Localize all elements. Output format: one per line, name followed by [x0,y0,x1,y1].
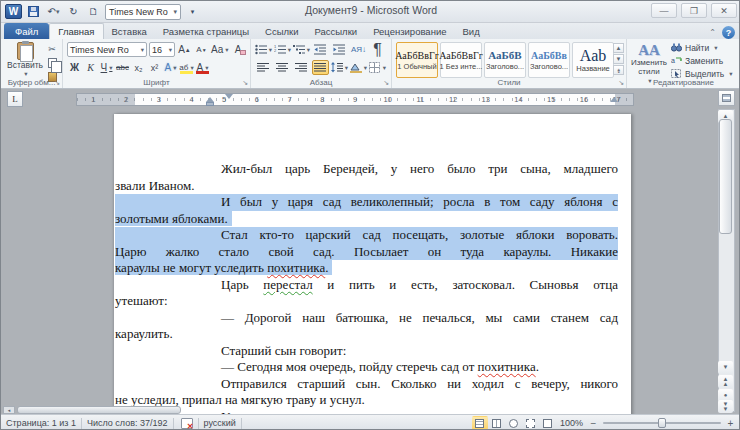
tab-view[interactable]: Вид [454,23,487,39]
font-dialog-launcher[interactable]: ↘ [242,79,248,87]
word-count[interactable]: Число слов: 37/192 [87,418,168,428]
align-center-icon[interactable] [274,60,291,75]
outline-view-icon[interactable] [523,416,539,430]
minimize-ribbon-icon[interactable]: ⌃ [709,28,716,37]
fullscreen-reading-view-icon[interactable] [489,416,505,430]
copy-icon[interactable] [45,57,59,68]
next-page-icon[interactable]: ▼▼ [718,400,733,413]
change-case-button[interactable]: Аа▾ [211,42,229,57]
page-indicator[interactable]: Страница: 1 из 1 [6,418,76,428]
close-button[interactable]: ✕ [711,3,737,18]
view-ruler-toggle-icon[interactable] [718,90,735,106]
zoom-slider-track[interactable] [603,422,721,424]
draft-view-icon[interactable] [540,416,556,430]
styles-dialog-launcher[interactable]: ↘ [618,79,624,87]
cut-icon[interactable]: ✂ [45,43,59,54]
sort-icon[interactable]: АЯ↓ [350,42,367,57]
chevron-down-icon: ▾ [24,70,27,78]
horizontal-ruler[interactable]: 1234567891011121314151617 [76,93,634,106]
help-icon[interactable]: ? [722,26,735,39]
styles-scroll-down-icon[interactable]: ▼ [613,54,624,64]
scroll-down-icon[interactable]: ▼ [718,361,733,374]
vertical-scroll-thumb[interactable] [719,119,732,234]
tab-review[interactable]: Рецензирование [365,23,454,39]
change-styles-button[interactable]: АА Изменить стили ▾ [631,42,667,78]
highlight-button[interactable]: аб▾ [179,60,194,75]
bold-button[interactable]: Ж [67,60,82,75]
find-button[interactable]: Найти▾ [671,42,732,53]
strikethrough-button[interactable]: abc [115,60,130,75]
tab-home[interactable]: Главная [49,23,103,39]
font-family-combo[interactable]: Times New Ro▾ [67,42,147,57]
editing-group-label: Редактирование [627,78,740,87]
language-indicator[interactable]: русский [204,418,236,428]
tab-mailings[interactable]: Рассылки [306,23,365,39]
font-size-combo[interactable]: 16▾ [149,42,175,57]
multilevel-list-icon[interactable]: ▾ [293,42,310,57]
clipboard-dialog-launcher[interactable]: ↘ [54,79,60,87]
vertical-scrollbar[interactable]: ▲ ▼ ▲▲ ● ▼▼ [717,89,737,414]
decrease-indent-icon[interactable] [312,42,329,57]
zoom-in-icon[interactable]: + [724,417,737,430]
text-effects-button[interactable]: А▾ [163,60,178,75]
clipboard-group-label: Буфер обм... [1,78,62,87]
horizontal-scroll-thumb[interactable] [17,406,181,414]
numbering-icon[interactable]: 12▾ [274,42,291,57]
doc-line-selected: Стал кто-то царский сад посещать, золоты… [115,227,618,244]
shading-icon[interactable]: ▾ [350,60,367,75]
line-spacing-icon[interactable]: ▾ [331,60,348,75]
tab-insert[interactable]: Вставка [104,23,155,39]
tab-page-layout[interactable]: Разметка страницы [155,23,257,39]
style-heading1[interactable]: АаБбВ Заголово... [484,42,526,78]
superscript-button[interactable]: x² [147,60,162,75]
styles-gallery-expand-icon[interactable]: ⇟ [613,65,624,75]
font-color-button[interactable]: А▾ [195,60,210,75]
style-heading2[interactable]: АаБбВв Заголово... [528,42,570,78]
styles-gallery-scroll: ▲ ▼ ⇟ [613,43,624,75]
paste-button[interactable]: Вставить ▾ [7,42,43,78]
first-line-indent-marker[interactable] [225,94,233,99]
scroll-left-icon[interactable]: ◂ [3,406,15,414]
clear-formatting-button[interactable]: А [231,42,246,57]
replace-button[interactable]: a Заменить [671,55,732,66]
maximize-button[interactable]: ❐ [681,3,707,18]
grammar-flagged-word: перестал [263,277,312,292]
align-left-icon[interactable] [255,60,272,75]
misspelled-word: похитника [267,260,325,275]
styles-scroll-up-icon[interactable]: ▲ [613,43,624,53]
style-title[interactable]: Аab Название [572,42,614,78]
paragraph-dialog-launcher[interactable]: ↘ [383,79,389,87]
minimize-button[interactable]: — [651,3,677,18]
doc-line: Царь перестал и пить и есть, затосковал.… [115,277,618,294]
zoom-out-icon[interactable]: − [587,417,600,430]
web-layout-view-icon[interactable] [506,416,522,430]
justify-icon[interactable] [312,60,329,75]
show-marks-icon[interactable]: ¶ [369,42,386,57]
grow-font-button[interactable]: А▲ [177,42,192,57]
status-bar: Страница: 1 из 1 Число слов: 37/192 ✕ ру… [1,414,740,430]
right-indent-marker[interactable] [610,97,618,102]
italic-button[interactable]: К [83,60,98,75]
align-right-icon[interactable] [293,60,310,75]
zoom-level[interactable]: 100% [560,418,583,428]
left-indent-marker[interactable] [206,102,214,106]
tab-references[interactable]: Ссылки [257,23,306,39]
proofing-errors-icon[interactable]: ✕ [181,418,193,429]
zoom-slider-thumb[interactable] [658,418,666,428]
borders-icon[interactable]: ▾ [369,60,386,75]
document-text[interactable]: Жил-был царь Берендей, у него было три с… [115,161,618,414]
tab-stop-selector[interactable]: L [7,91,23,107]
underline-button[interactable]: Ч▾ [99,60,114,75]
doc-line: — Сегодня моя очередь, пойду стеречь сад… [115,359,618,376]
style-normal[interactable]: АаБбВвГг 1 Обычный [396,42,438,78]
print-layout-view-icon[interactable] [472,416,488,430]
tab-file[interactable]: Файл [4,23,49,39]
group-paragraph: ▾ 12▾ ▾ АЯ↓ ¶ [251,39,392,88]
subscript-button[interactable]: x₂ [131,60,146,75]
bullets-icon[interactable]: ▾ [255,42,272,57]
document-page[interactable]: Жил-был царь Берендей, у него было три с… [114,114,631,414]
shrink-font-button[interactable]: А▼ [194,42,209,57]
previous-page-icon[interactable]: ▲▲ [718,375,733,388]
style-no-spacing[interactable]: АаБбВвГг 1 Без инте... [440,42,482,78]
increase-indent-icon[interactable] [331,42,348,57]
